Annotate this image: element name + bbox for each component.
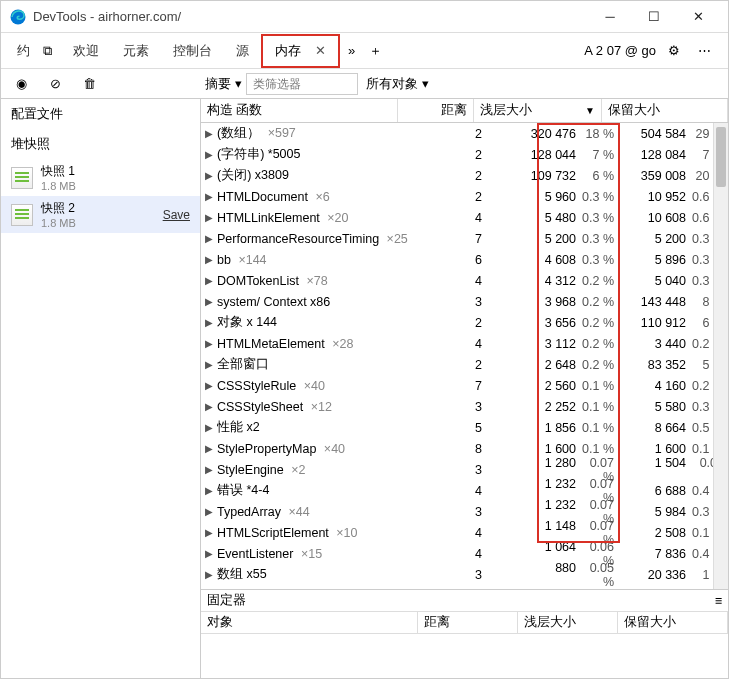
summary-dropdown[interactable]: 摘要 ▾ [201, 73, 246, 95]
record-icon[interactable]: ◉ [9, 72, 33, 96]
table-row[interactable]: ▶全部窗口22 6480.2 %83 3525 % [201, 354, 728, 375]
table-row[interactable]: ▶(数组） ×5972320 47618 %504 58429 % [201, 123, 728, 144]
row-retained: 10 6080.6 % [618, 211, 728, 225]
row-label: 错误 *4-4 [217, 482, 414, 499]
all-objects-dropdown[interactable]: 所有对象 ▾ [358, 75, 429, 93]
delete-icon[interactable]: 🗑 [77, 72, 101, 96]
tab-elements[interactable]: 元素 [111, 36, 161, 66]
expand-icon[interactable]: ▶ [205, 569, 215, 580]
row-count: ×12 [307, 400, 332, 414]
table-rows[interactable]: ▶(数组） ×5972320 47618 %504 58429 %▶(字符串) … [201, 123, 728, 589]
row-shallow: 3 1120.2 % [490, 337, 618, 351]
tab-welcome[interactable]: 欢迎 [61, 36, 111, 66]
expand-icon[interactable]: ▶ [205, 485, 215, 496]
table-row[interactable]: ▶HTMLDocument ×625 9600.3 %10 9520.6 % [201, 186, 728, 207]
expand-icon[interactable]: ▶ [205, 170, 215, 181]
scrollbar-thumb[interactable] [716, 127, 726, 187]
dock-icon[interactable]: ⧉ [33, 43, 61, 59]
table-row[interactable]: ▶CSSStyleRule ×4072 5600.1 %4 1600.2 % [201, 375, 728, 396]
row-distance: 4 [414, 526, 490, 540]
more-tabs-icon[interactable]: » [340, 39, 364, 63]
expand-icon[interactable]: ▶ [205, 464, 215, 475]
expand-icon[interactable]: ▶ [205, 149, 215, 160]
table-row[interactable]: ▶StyleEngine ×231 2800.07 %1 5040.09 % [201, 459, 728, 480]
expand-icon[interactable]: ▶ [205, 506, 215, 517]
expand-icon[interactable]: ▶ [205, 338, 215, 349]
expand-icon[interactable]: ▶ [205, 275, 215, 286]
expand-icon[interactable]: ▶ [205, 191, 215, 202]
table-row[interactable]: ▶(字符串) *50052128 0447 %128 0847 % [201, 144, 728, 165]
settings-icon[interactable]: ⚙ [662, 39, 686, 63]
table-row[interactable]: ▶TypedArray ×4431 2320.07 %5 9840.3 % [201, 501, 728, 522]
table-row[interactable]: ▶PerformanceResourceTiming ×2575 2000.3 … [201, 228, 728, 249]
class-filter-input[interactable] [246, 73, 358, 95]
expand-icon[interactable]: ▶ [205, 233, 215, 244]
table-row[interactable]: ▶HTMLScriptElement ×1041 1480.07 %2 5080… [201, 522, 728, 543]
row-count: ×40 [320, 442, 345, 456]
table-row[interactable]: ▶system/ Context x8633 9680.2 %143 4488 … [201, 291, 728, 312]
table-row[interactable]: ▶CSSStyleSheet ×1232 2520.1 %5 5800.3 % [201, 396, 728, 417]
menu-icon[interactable]: ≡ [715, 594, 722, 608]
tab-approx[interactable]: 约 [5, 36, 33, 66]
col-retained[interactable]: 保留大小 [602, 99, 728, 122]
tab-console[interactable]: 控制台 [161, 36, 224, 66]
expand-icon[interactable]: ▶ [205, 443, 215, 454]
close-button[interactable]: ✕ [676, 3, 720, 31]
table-row[interactable]: ▶数组 x5538800.05 %20 3361 % [201, 564, 728, 585]
expand-icon[interactable]: ▶ [205, 380, 215, 391]
row-shallow: 2 6480.2 % [490, 358, 618, 372]
row-label: 全部窗口 [217, 356, 414, 373]
table-row[interactable]: ▶(关闭) x38092109 7326 %359 00820 % [201, 165, 728, 186]
row-count: ×2 [288, 463, 306, 477]
save-link[interactable]: Save [163, 208, 190, 222]
table-row[interactable]: ▶EventListener ×1541 0640.06 %7 8360.4 % [201, 543, 728, 564]
footer-col-shallow[interactable]: 浅层大小 [518, 612, 618, 633]
row-label: HTMLLinkElement ×20 [217, 211, 414, 225]
row-count: ×597 [264, 126, 296, 140]
maximize-button[interactable]: ☐ [632, 3, 676, 31]
row-count: ×6 [312, 190, 330, 204]
row-shallow: 109 7326 % [490, 169, 618, 183]
table-row[interactable]: ▶HTMLLinkElement ×2045 4800.3 %10 6080.6… [201, 207, 728, 228]
expand-icon[interactable]: ▶ [205, 212, 215, 223]
add-tab-icon[interactable]: ＋ [364, 39, 388, 63]
expand-icon[interactable]: ▶ [205, 296, 215, 307]
table-row[interactable]: ▶错误 *4-441 2320.07 %6 6880.4 % [201, 480, 728, 501]
table-row[interactable]: ▶bb ×14464 6080.3 %5 8960.3 % [201, 249, 728, 270]
expand-icon[interactable]: ▶ [205, 401, 215, 412]
scrollbar[interactable] [713, 123, 728, 589]
expand-icon[interactable]: ▶ [205, 128, 215, 139]
snapshot-1-size: 1.8 MB [41, 180, 190, 192]
expand-icon[interactable]: ▶ [205, 254, 215, 265]
row-label: system/ Context x86 [217, 295, 414, 309]
expand-icon[interactable]: ▶ [205, 359, 215, 370]
table-row[interactable]: ▶性能 x251 8560.1 %8 6640.5 % [201, 417, 728, 438]
row-retained: 5 5800.3 % [618, 400, 728, 414]
clear-icon[interactable]: ⊘ [43, 72, 67, 96]
table-row[interactable]: ▶对象 x 14423 6560.2 %110 9126 % [201, 312, 728, 333]
footer-col-object[interactable]: 对象 [201, 612, 418, 633]
snapshot-2[interactable]: 快照 2 1.8 MB Save [1, 196, 200, 233]
expand-icon[interactable]: ▶ [205, 422, 215, 433]
kebab-menu-icon[interactable]: ⋯ [692, 39, 716, 63]
col-shallow[interactable]: 浅层大小 ▼ [474, 99, 602, 122]
row-retained: 143 4488 % [618, 295, 728, 309]
col-constructor[interactable]: 构造 函数 [201, 99, 398, 122]
profiles-header: 配置文件 [1, 99, 200, 129]
tab-sources[interactable]: 源 [224, 36, 261, 66]
issues-badge[interactable]: A 2 07 @ go [584, 43, 656, 58]
tab-memory[interactable]: 内存 ✕ [261, 34, 340, 68]
expand-icon[interactable]: ▶ [205, 548, 215, 559]
expand-icon[interactable]: ▶ [205, 317, 215, 328]
table-row[interactable]: ▶HTMLMetaElement ×2843 1120.2 %3 4400.2 … [201, 333, 728, 354]
footer-col-retained[interactable]: 保留大小 [618, 612, 728, 633]
table-row[interactable]: ▶DOMTokenList ×7844 3120.2 %5 0400.3 % [201, 270, 728, 291]
close-tab-icon[interactable]: ✕ [315, 43, 326, 58]
row-shallow: 4 3120.2 % [490, 274, 618, 288]
snapshot-1[interactable]: 快照 1 1.8 MB [1, 159, 200, 196]
expand-icon[interactable]: ▶ [205, 527, 215, 538]
footer-col-distance[interactable]: 距离 [418, 612, 518, 633]
row-retained: 83 3525 % [618, 358, 728, 372]
col-distance[interactable]: 距离 [398, 99, 474, 122]
minimize-button[interactable]: ─ [588, 3, 632, 31]
